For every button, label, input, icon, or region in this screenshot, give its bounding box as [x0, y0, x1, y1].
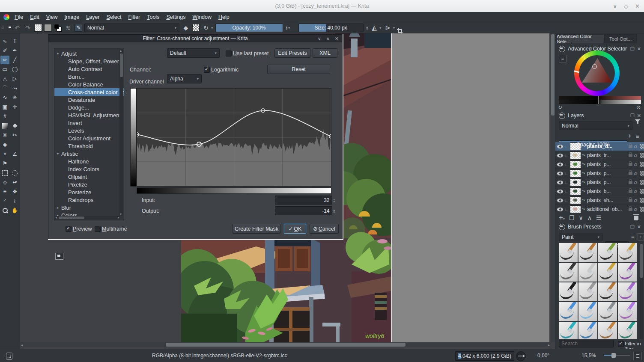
create-filter-mask-button[interactable]: Create Filter Mask — [233, 224, 280, 234]
layer-row[interactable]: ∟ ↷ plants_p... α — [555, 169, 644, 178]
alpha-inherit-icon[interactable] — [640, 144, 644, 149]
brush-preset-tile[interactable] — [559, 282, 578, 301]
ellipse-select-tool[interactable] — [10, 169, 19, 177]
filter-item-hsv-hsl-adjustment[interactable]: HSV/HSL Adjustment — [54, 111, 124, 119]
close-docker-icon[interactable]: ✕ — [637, 113, 641, 119]
layer-visible-icon[interactable] — [557, 163, 563, 166]
layer-visible-icon[interactable] — [557, 190, 563, 193]
close-docker-icon[interactable]: ✕ — [637, 46, 641, 52]
window-titlebar[interactable]: (3,0 GiB) - [cozy_tenement.kra] — Krita … — [0, 0, 644, 12]
window-maximize-icon[interactable]: ◇ — [624, 3, 628, 9]
layer-name[interactable]: plants_p... — [587, 161, 627, 167]
calligraphy-tool[interactable]: ✒ — [10, 46, 19, 55]
filter-item-cross-channel-color-adjustment[interactable]: Cross-channel color adjustment — [54, 88, 124, 96]
layer-properties-icon[interactable]: ☰ — [596, 214, 602, 221]
opacity-caret-icon[interactable]: ▾ — [288, 26, 290, 30]
layer-thumbnail[interactable] — [570, 160, 581, 168]
brush-editor-icon[interactable]: ✎ — [75, 24, 82, 32]
menu-image[interactable]: Image — [61, 13, 83, 21]
filter-item-slope-offset-power[interactable]: Slope, Offset, Power — [54, 57, 124, 65]
layer-visible-icon[interactable] — [557, 172, 563, 175]
canvas-rotation-knob[interactable] — [516, 351, 526, 361]
layer-lock-icon[interactable] — [629, 199, 632, 202]
mirror-vertical-caret-icon[interactable]: ▾ — [393, 26, 395, 30]
brush-presets-header[interactable]: Brush Presets ❐ ✕ — [555, 222, 644, 231]
move-layer-down-icon[interactable]: ∨ — [579, 214, 583, 221]
freehand-brush-tool[interactable]: ✏ — [0, 56, 9, 64]
canvas-hscroll-thumb[interactable] — [166, 343, 405, 347]
toolbar-drag-handle[interactable]: ⠿ — [1, 25, 4, 30]
layer-lock-icon[interactable] — [629, 154, 632, 157]
brush-preset-tile[interactable] — [618, 302, 637, 321]
mirror-horizontal-icon[interactable]: ◭ — [370, 24, 379, 32]
filter-item-threshold[interactable]: Threshold — [54, 142, 124, 150]
alpha-lock-icon[interactable]: α — [634, 198, 639, 203]
layers-header[interactable]: Layers ❐ ✕ — [555, 111, 644, 120]
refresh-color-icon[interactable]: ↻ — [558, 104, 562, 110]
canvas-vertical-scrollbar[interactable] — [551, 33, 555, 342]
tree-caret-icon[interactable]: ▸ — [57, 206, 61, 210]
logarithmic-checkbox[interactable] — [204, 67, 210, 73]
filter-item-burn[interactable]: Burn... — [54, 73, 124, 80]
scroll-right-icon[interactable]: ▸ — [118, 216, 119, 220]
polyline-tool[interactable]: ▷ — [10, 74, 19, 83]
scroll-left-icon[interactable]: ◂ — [21, 343, 23, 347]
filter-item-color-adjustment[interactable]: Color Adjustment — [54, 134, 124, 142]
menu-window[interactable]: Window — [189, 13, 215, 21]
filter-item-raindrops[interactable]: Raindrops — [54, 196, 124, 204]
dialog-close-icon[interactable]: ✕ — [335, 36, 339, 42]
inherit-alpha-icon[interactable]: ∟ — [564, 162, 569, 167]
brush-preset-tile[interactable] — [618, 263, 637, 282]
layer-name[interactable]: plants_tr... — [587, 152, 627, 158]
layer-thumbnail[interactable] — [570, 151, 581, 159]
duplicate-layer-icon[interactable]: ❐ — [569, 214, 575, 221]
scroll-left-icon[interactable]: ◂ — [55, 216, 57, 220]
layer-row[interactable]: ∟ ↷ plants_tr... α — [555, 151, 644, 160]
eraser-mode-icon[interactable]: ◆ — [182, 24, 190, 31]
blend-mode-combo[interactable]: Normal▾ — [84, 24, 179, 32]
filter-item-dodge[interactable]: Dodge... — [54, 104, 124, 111]
dialog-minimize-icon[interactable]: ∨ — [318, 36, 321, 42]
scroll-right-icon[interactable]: ▸ — [548, 343, 550, 347]
alpha-inherit-icon[interactable] — [640, 198, 644, 203]
search-input[interactable] — [559, 340, 614, 347]
layer-blend-mode-combo[interactable]: Normal▾ — [559, 122, 632, 130]
docker-menu-icon[interactable] — [559, 46, 565, 52]
add-layer-icon[interactable]: +▾ — [559, 214, 565, 222]
brush-preset-tile[interactable] — [559, 322, 578, 339]
menu-edit[interactable]: Edit — [27, 13, 43, 21]
filter-item-invert[interactable]: Invert — [54, 119, 124, 127]
polygon-tool[interactable]: △ — [0, 74, 9, 83]
preview-checkbox[interactable] — [66, 226, 72, 232]
alpha-lock-icon[interactable]: α — [634, 207, 639, 212]
layer-thumbnail[interactable] — [570, 196, 581, 204]
magic-wand-select-tool[interactable]: ✴ — [0, 187, 9, 196]
layer-row[interactable]: ∟ ↷ plants_p... α — [555, 160, 644, 169]
gradient-tool[interactable] — [0, 122, 9, 130]
layer-thumbnail[interactable] — [570, 178, 581, 186]
reference-images-tool[interactable]: ⚑ — [0, 159, 9, 168]
layer-name[interactable]: plants_p... — [587, 179, 627, 185]
storage-icon[interactable]: ! — [638, 233, 644, 240]
layer-visible-icon[interactable] — [557, 199, 563, 202]
filter-item-desaturate[interactable]: Desaturate — [54, 96, 124, 104]
assistants-tool[interactable]: ⌖ — [0, 150, 9, 158]
opacity-slider[interactable]: Opacity: 100% — [215, 24, 283, 32]
alpha-lock-icon[interactable]: α — [634, 171, 639, 176]
brush-preset-tile[interactable] — [578, 322, 597, 339]
alpha-lock-icon[interactable]: α — [634, 144, 639, 149]
brush-preset-tile[interactable] — [578, 243, 597, 262]
filter-item-blur[interactable]: ▸ Blur — [54, 204, 124, 211]
opacity-spin[interactable]: ▴▾ — [286, 26, 288, 30]
similar-color-select-tool[interactable]: ❖ — [10, 187, 19, 196]
color-history-bar-top[interactable] — [559, 96, 641, 100]
size-spin[interactable]: ▴▾ — [367, 26, 368, 30]
menu-tools[interactable]: Tools — [143, 13, 163, 21]
float-docker-icon[interactable]: ❐ — [630, 224, 635, 230]
brush-preset-tile[interactable] — [559, 243, 578, 262]
window-minimize-icon[interactable]: ∨ — [613, 3, 617, 9]
layer-name[interactable]: plants_sh... — [587, 197, 627, 203]
docker-menu-icon[interactable] — [559, 113, 565, 119]
layer-row[interactable]: ∟ ↷ plants_sh... α — [555, 196, 644, 205]
preset-combo[interactable]: Default▾ — [167, 48, 220, 58]
